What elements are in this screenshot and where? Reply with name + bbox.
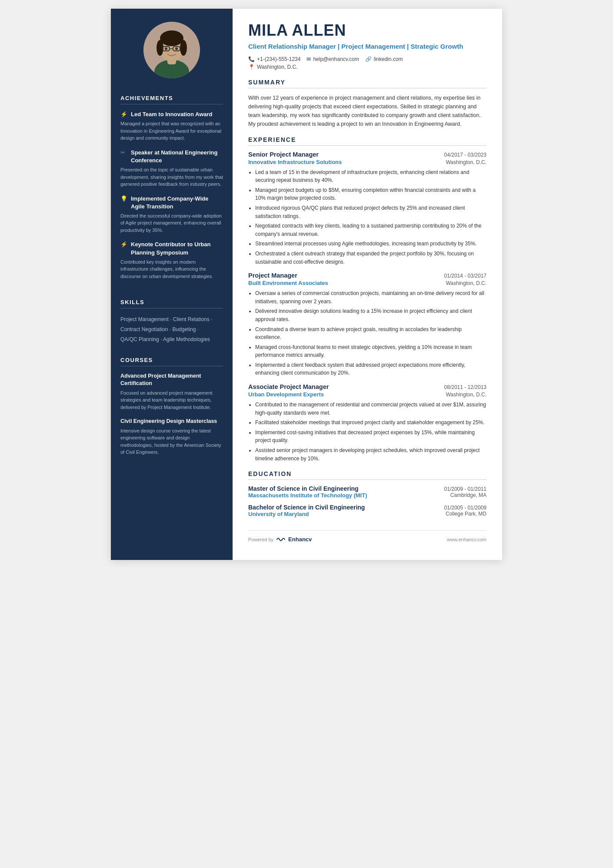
achievement-item: ✂ Speaker at National Engineering Confer… <box>120 149 223 188</box>
bullet: Streamlined internal processes using Agi… <box>255 240 486 248</box>
skills-title: SKILLS <box>120 299 223 308</box>
exp-bullets-1: Led a team of 15 in the development of i… <box>248 168 486 266</box>
edu-sub-row-2: University of Maryland College Park, MD <box>248 511 486 517</box>
lightbulb-icon: 💡 <box>120 195 127 202</box>
bullet: Oversaw a series of commercial construct… <box>255 289 486 305</box>
exp-bullets-2: Oversaw a series of commercial construct… <box>248 289 486 377</box>
exp-dates-3: 08/2011 - 12/2013 <box>444 384 486 390</box>
bullet: Contributed to the management of residen… <box>255 401 486 417</box>
bolt-icon-2: ⚡ <box>120 241 127 248</box>
email-icon: ✉ <box>306 56 311 62</box>
bullet: Managed cross-functional teams to meet s… <box>255 343 486 359</box>
achievement-title: Keynote Contributor to Urban Planning Sy… <box>131 241 223 256</box>
email-address: help@enhancv.com <box>313 56 359 62</box>
avatar-container <box>111 9 233 87</box>
achievement-item: ⚡ Led Team to Innovation Award Managed a… <box>120 111 223 142</box>
edu-degree-1: Master of Science in Civil Engineering <box>248 485 359 492</box>
svg-point-4 <box>160 30 183 46</box>
skills-line: Project Management · Client Relations · <box>120 315 223 325</box>
achievement-desc: Presented on the topic of sustainable ur… <box>120 166 223 188</box>
sidebar: ACHIEVEMENTS ⚡ Led Team to Innovation Aw… <box>111 9 233 560</box>
bullet: Managed project budgets up to $5M, ensur… <box>255 186 486 202</box>
bullet: Implemented a client feedback system tha… <box>255 361 486 377</box>
exp-location-2: Washington, D.C. <box>446 280 486 286</box>
footer-website: www.enhancv.com <box>447 537 486 542</box>
exp-sub-row-3: Urban Development Experts Washington, D.… <box>248 391 486 398</box>
exp-dates-2: 01/2014 - 03/2017 <box>444 273 486 279</box>
bullet: Negotiated contracts with key clients, l… <box>255 222 486 238</box>
achievement-item: 💡 Implemented Company-Wide Agile Transit… <box>120 195 223 234</box>
bullet: Led a team of 15 in the development of i… <box>255 168 486 184</box>
exp-header-3: Associate Project Manager 08/2011 - 12/2… <box>248 383 486 390</box>
exp-bullets-3: Contributed to the management of residen… <box>248 401 486 462</box>
edu-dates-2: 01/2005 - 01/2009 <box>444 505 486 511</box>
achievement-desc: Contributed key insights on modern infra… <box>120 258 223 280</box>
edu-school-1: Massachusetts Institute of Technology (M… <box>248 492 367 499</box>
contact-linkedin: 🔗 linkedin.com <box>365 56 403 62</box>
exp-company-3: Urban Development Experts <box>248 391 324 398</box>
course-desc: Intensive design course covering the lat… <box>120 427 223 456</box>
linkedin-url: linkedin.com <box>374 56 403 62</box>
bolt-icon: ⚡ <box>120 111 127 117</box>
svg-point-10 <box>165 47 167 50</box>
job-title: Client Relationship Manager | Project Ma… <box>248 42 486 51</box>
edu-header-2: Bachelor of Science in Civil Engineering… <box>248 504 486 511</box>
bullet: Implemented cost-saving initiatives that… <box>255 429 486 445</box>
edu-dates-1: 01/2009 - 01/2011 <box>444 486 486 492</box>
edu-degree-2: Bachelor of Science in Civil Engineering <box>248 504 365 511</box>
bullet: Orchestrated a client outreach strategy … <box>255 250 486 266</box>
edu-header-1: Master of Science in Civil Engineering 0… <box>248 485 486 492</box>
achievements-section: ACHIEVEMENTS ⚡ Led Team to Innovation Aw… <box>111 87 233 291</box>
achievement-desc: Directed the successful company-wide ado… <box>120 212 223 234</box>
skills-list: Project Management · Client Relations · … <box>120 315 223 344</box>
footer: Powered by Enhancv www.enhancv.com <box>248 530 486 543</box>
achievement-title: Implemented Company-Wide Agile Transitio… <box>131 195 223 211</box>
exp-location-3: Washington, D.C. <box>446 392 486 398</box>
bullet: Facilitated stakeholder meetings that im… <box>255 419 486 427</box>
edu-sub-row-1: Massachusetts Institute of Technology (M… <box>248 492 486 499</box>
main-content: MILA ALLEN Client Relationship Manager |… <box>233 9 502 560</box>
edu-item-1: Master of Science in Civil Engineering 0… <box>248 485 486 499</box>
achievement-title: Led Team to Innovation Award <box>131 111 213 118</box>
exp-sub-row-1: Innovative Infrastructure Solutions Wash… <box>248 159 486 165</box>
scissors-icon: ✂ <box>120 149 127 156</box>
contact-location: 📍 Washington, D.C. <box>248 64 298 70</box>
edu-item-2: Bachelor of Science in Civil Engineering… <box>248 504 486 517</box>
exp-company-2: Built Environment Associates <box>248 280 328 286</box>
exp-job-title-2: Project Manager <box>248 272 297 279</box>
achievement-header: ✂ Speaker at National Engineering Confer… <box>120 149 223 164</box>
contact-row2: 📍 Washington, D.C. <box>248 64 486 70</box>
experience-section-title: EXPERIENCE <box>248 136 486 146</box>
svg-point-11 <box>175 47 178 50</box>
summary-section-title: SUMMARY <box>248 79 486 88</box>
skills-line: QA/QC Planning · Agile Methodologies <box>120 335 223 345</box>
achievement-header: ⚡ Led Team to Innovation Award <box>120 111 223 118</box>
brand-name: Enhancv <box>288 536 312 543</box>
bullet: Delivered innovative design solutions le… <box>255 307 486 323</box>
course-item: Advanced Project Management Certificatio… <box>120 372 223 411</box>
exp-job-title-1: Senior Project Manager <box>248 151 319 158</box>
resume-container: ACHIEVEMENTS ⚡ Led Team to Innovation Aw… <box>111 9 502 560</box>
footer-left: Powered by Enhancv <box>248 536 312 543</box>
exp-header-1: Senior Project Manager 04/2017 - 03/2023 <box>248 151 486 158</box>
exp-sub-row-2: Built Environment Associates Washington,… <box>248 280 486 286</box>
bullet: Coordinated a diverse team to achieve pr… <box>255 325 486 342</box>
svg-point-6 <box>180 40 187 56</box>
exp-dates-1: 04/2017 - 03/2023 <box>444 152 486 158</box>
enhancv-logo-icon <box>276 536 286 543</box>
candidate-name: MILA ALLEN <box>248 22 486 39</box>
phone-number: +1-(234)-555-1234 <box>257 56 300 62</box>
phone-icon: 📞 <box>248 56 255 62</box>
achievement-header: 💡 Implemented Company-Wide Agile Transit… <box>120 195 223 211</box>
link-icon: 🔗 <box>365 56 372 62</box>
skills-line: Contract Negotiation · Budgeting · <box>120 325 223 335</box>
bullet: Introduced rigorous QA/QC plans that red… <box>255 204 486 220</box>
courses-section: COURSES Advanced Project Management Cert… <box>111 349 233 467</box>
avatar <box>143 22 200 78</box>
achievements-title: ACHIEVEMENTS <box>120 95 223 104</box>
achievement-header: ⚡ Keynote Contributor to Urban Planning … <box>120 241 223 256</box>
edu-school-2: University of Maryland <box>248 511 309 517</box>
contact-email: ✉ help@enhancv.com <box>306 56 359 62</box>
achievement-title: Speaker at National Engineering Conferen… <box>131 149 223 164</box>
achievement-item: ⚡ Keynote Contributor to Urban Planning … <box>120 241 223 280</box>
